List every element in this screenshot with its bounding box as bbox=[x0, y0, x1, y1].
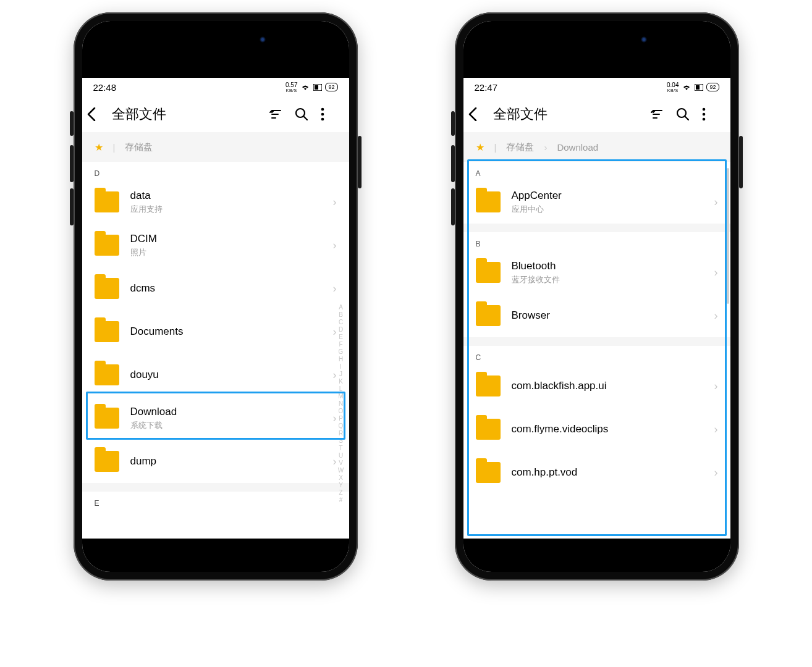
breadcrumb[interactable]: ★ | 存储盘 › Download bbox=[463, 132, 730, 162]
svg-line-3 bbox=[303, 116, 307, 120]
section-divider bbox=[82, 483, 349, 492]
folder-sub: 蓝牙接收文件 bbox=[512, 274, 703, 285]
scrollbar[interactable] bbox=[727, 168, 729, 304]
folder-icon bbox=[95, 278, 119, 299]
sim-icon bbox=[313, 84, 322, 91]
bezel-top bbox=[463, 21, 730, 78]
folder-icon bbox=[95, 451, 119, 472]
more-icon[interactable] bbox=[321, 107, 342, 121]
folder-name: Download bbox=[130, 406, 322, 418]
back-button[interactable] bbox=[468, 107, 488, 121]
page-title: 全部文件 bbox=[112, 105, 264, 124]
folder-icon bbox=[476, 462, 501, 483]
app-header: 全部文件 bbox=[82, 96, 349, 132]
chevron-right-icon: › bbox=[714, 266, 718, 279]
sort-icon[interactable] bbox=[269, 109, 290, 120]
folder-icon bbox=[95, 191, 119, 212]
app-content: 22:47 0.04KB/S 92 bbox=[463, 78, 730, 539]
network-speed: 0.04KB/S bbox=[667, 82, 679, 93]
folder-row-documents[interactable]: Documents › bbox=[82, 310, 349, 353]
folder-name: com.blackfish.app.ui bbox=[512, 380, 703, 392]
search-icon[interactable] bbox=[676, 107, 697, 121]
status-right: 0.04KB/S 92 bbox=[667, 82, 719, 93]
section-letter: C bbox=[463, 346, 730, 364]
chevron-right-icon: › bbox=[333, 412, 337, 425]
crumb-current[interactable]: Download bbox=[557, 142, 598, 153]
search-icon[interactable] bbox=[295, 107, 316, 121]
bezel-bottom bbox=[463, 539, 730, 572]
svg-point-4 bbox=[321, 108, 324, 111]
svg-line-10 bbox=[685, 116, 688, 120]
folder-list[interactable]: A AppCenter应用中心 › B Bluetooth蓝牙接收文件 › Br… bbox=[463, 162, 730, 539]
chevron-right-icon: › bbox=[714, 380, 718, 393]
folder-sub: 应用中心 bbox=[512, 204, 703, 215]
sim-icon bbox=[695, 84, 703, 91]
section-letter: E bbox=[82, 492, 349, 510]
network-speed: 0.57KB/S bbox=[285, 82, 297, 93]
folder-row-blackfish[interactable]: com.blackfish.app.ui › bbox=[463, 364, 730, 408]
section-divider bbox=[463, 224, 730, 232]
svg-point-12 bbox=[702, 113, 705, 116]
folder-list[interactable]: D data应用支持 › DCIM照片 › dcms › bbox=[82, 162, 349, 539]
power-button bbox=[358, 136, 362, 188]
folder-row-bluetooth[interactable]: Bluetooth蓝牙接收文件 › bbox=[463, 251, 730, 294]
back-button[interactable] bbox=[87, 107, 107, 121]
svg-rect-8 bbox=[696, 85, 700, 90]
section-letter: B bbox=[463, 232, 730, 251]
folder-icon bbox=[476, 375, 501, 396]
more-icon[interactable] bbox=[702, 107, 723, 121]
folder-row-download[interactable]: Download系统下载 › bbox=[82, 396, 349, 440]
chevron-right-icon: › bbox=[333, 369, 337, 382]
folder-row-videoclips[interactable]: com.flyme.videoclips › bbox=[463, 408, 730, 451]
section-letter: D bbox=[82, 162, 349, 180]
battery-icon: 92 bbox=[325, 83, 337, 91]
breadcrumb[interactable]: ★ | 存储盘 bbox=[82, 132, 349, 162]
folder-name: DCIM bbox=[130, 233, 322, 245]
folder-row-dcms[interactable]: dcms › bbox=[82, 267, 349, 310]
svg-point-11 bbox=[702, 108, 705, 111]
volume-up bbox=[451, 145, 455, 182]
star-icon: ★ bbox=[476, 141, 484, 153]
folder-row-douyu[interactable]: douyu › bbox=[82, 353, 349, 396]
section-divider bbox=[463, 337, 730, 346]
status-bar: 22:48 0.57KB/S 92 bbox=[82, 78, 349, 96]
screen: 22:48 0.57KB/S 92 bbox=[82, 21, 349, 572]
folder-row-appcenter[interactable]: AppCenter应用中心 › bbox=[463, 180, 730, 224]
folder-name: douyu bbox=[130, 369, 322, 381]
folder-row-dcim[interactable]: DCIM照片 › bbox=[82, 224, 349, 267]
crumb-root[interactable]: 存储盘 bbox=[506, 141, 534, 153]
folder-name: com.flyme.videoclips bbox=[512, 423, 703, 435]
power-button bbox=[739, 136, 743, 188]
crumb-root[interactable]: 存储盘 bbox=[125, 141, 153, 153]
mute-switch bbox=[451, 111, 455, 136]
folder-row-browser[interactable]: Browser › bbox=[463, 294, 730, 337]
chevron-right-icon: › bbox=[714, 466, 718, 479]
folder-name: Browser bbox=[512, 309, 703, 322]
star-icon: ★ bbox=[95, 141, 103, 153]
folder-row-data[interactable]: data应用支持 › bbox=[82, 180, 349, 224]
folder-row-hpptvod[interactable]: com.hp.pt.vod › bbox=[463, 451, 730, 494]
wifi-icon bbox=[682, 83, 691, 91]
sort-icon[interactable] bbox=[650, 109, 671, 120]
section-letter: A bbox=[463, 162, 730, 180]
crumb-sep: | bbox=[494, 142, 497, 153]
phone-left: 22:48 0.57KB/S 92 bbox=[74, 12, 358, 581]
chevron-right-icon: › bbox=[333, 325, 337, 338]
chevron-right-icon: › bbox=[714, 423, 718, 436]
folder-icon bbox=[476, 419, 501, 440]
chevron-right-icon: › bbox=[714, 196, 718, 209]
folder-name: dcms bbox=[130, 282, 322, 295]
folder-row-dump[interactable]: dump › bbox=[82, 440, 349, 483]
chevron-right-icon: › bbox=[544, 142, 547, 153]
battery-icon: 92 bbox=[706, 83, 719, 91]
screen: 22:47 0.04KB/S 92 bbox=[463, 21, 730, 572]
status-bar: 22:47 0.04KB/S 92 bbox=[463, 78, 730, 96]
folder-sub: 系统下载 bbox=[130, 420, 322, 431]
folder-name: Bluetooth bbox=[512, 260, 703, 272]
folder-name: dump bbox=[130, 455, 322, 468]
volume-down bbox=[451, 188, 455, 225]
folder-icon bbox=[476, 262, 501, 283]
app-content: 22:48 0.57KB/S 92 bbox=[82, 78, 349, 539]
status-time: 22:48 bbox=[93, 82, 117, 93]
folder-name: AppCenter bbox=[512, 190, 703, 202]
